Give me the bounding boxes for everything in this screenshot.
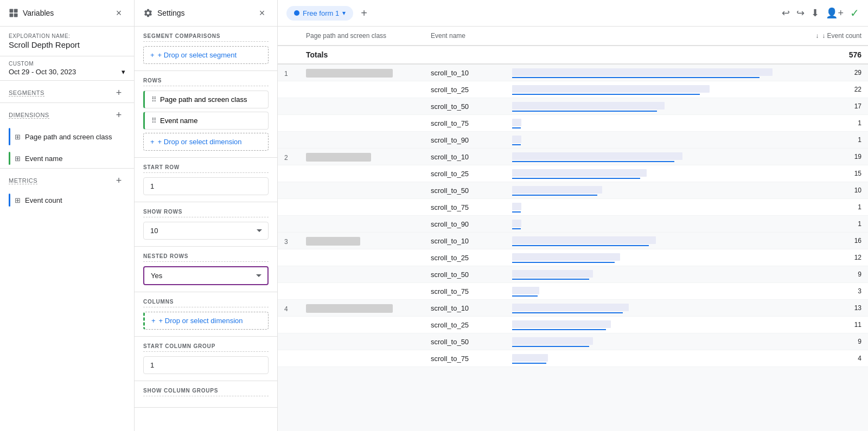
tab-label: Free form 1 <box>303 9 339 17</box>
row-num-cell: 3 <box>278 233 299 249</box>
totals-row: Totals 576 <box>278 46 868 64</box>
page-path-cell <box>299 216 424 233</box>
event-name-cell: scroll_to_10 <box>424 233 506 249</box>
row-num-cell <box>278 81 299 98</box>
event-name-cell: scroll_to_50 <box>424 182 506 199</box>
show-rows-section: SHOW ROWS 10 25 50 100 <box>135 202 277 247</box>
th-num <box>278 27 299 46</box>
row-item-event-name[interactable]: ⠿ Event name <box>143 112 269 130</box>
table-row: 2scroll_to_1019 <box>278 149 868 165</box>
nested-rows-title: NESTED ROWS <box>143 253 269 262</box>
bar-cell: 1 <box>506 132 868 149</box>
row-num-cell: 2 <box>278 149 299 165</box>
row-num-cell <box>278 115 299 132</box>
exploration-name-label: EXPLORATION NAME: <box>0 27 134 40</box>
grid-icon-3: ⊞ <box>15 196 21 204</box>
bar-cell: 10 <box>506 182 868 199</box>
bar-cell: 19 <box>506 149 868 165</box>
dimension-item-page-path[interactable]: ⊞ Page path and screen class <box>0 125 134 149</box>
row-num-cell <box>278 98 299 115</box>
check-icon[interactable]: ✓ <box>850 7 859 20</box>
page-path-cell <box>299 233 424 249</box>
dimension-item-event-name[interactable]: ⊞ Event name <box>0 149 134 168</box>
drop-segment-button[interactable]: + + Drop or select segment <box>143 46 269 64</box>
page-path-cell <box>299 317 424 333</box>
show-column-groups-title: SHOW COLUMN GROUPS <box>143 388 269 396</box>
event-name-cell: scroll_to_10 <box>424 300 506 317</box>
page-path-cell <box>299 350 424 367</box>
bar-cell: 15 <box>506 165 868 182</box>
th-event-count[interactable]: ↓ ↓ Event count <box>506 27 868 46</box>
bar-cell: 13 <box>506 300 868 317</box>
undo-icon[interactable]: ↩ <box>782 7 790 19</box>
page-path-cell <box>299 182 424 199</box>
bar-cell: 16 <box>506 233 868 249</box>
start-row-input[interactable] <box>143 177 269 195</box>
share-icon[interactable]: 👤+ <box>826 7 844 19</box>
show-rows-select[interactable]: 10 25 50 100 <box>143 222 269 240</box>
nested-rows-select[interactable]: Yes No <box>143 266 269 285</box>
start-column-group-input[interactable] <box>143 356 269 374</box>
bar-cell: 11 <box>506 317 868 333</box>
row-num-cell: 4 <box>278 300 299 317</box>
table-row: scroll_to_5017 <box>278 98 868 115</box>
page-path-cell <box>299 283 424 300</box>
dimension-color-bar-event <box>9 152 10 165</box>
table-row: scroll_to_901 <box>278 216 868 233</box>
variables-icon <box>9 8 18 18</box>
table-header-row: Page path and screen class Event name ↓ … <box>278 27 868 46</box>
data-table: Page path and screen class Event name ↓ … <box>278 27 868 367</box>
add-metric-button[interactable]: + <box>112 174 125 187</box>
th-page-path[interactable]: Page path and screen class <box>299 27 424 46</box>
row-item-event-name-label: Event name <box>160 117 197 125</box>
bar-cell: 1 <box>506 115 868 132</box>
main-content: Free form 1 ▾ + ↩ ↪ ⬇ 👤+ ✓ Page path and… <box>278 0 868 431</box>
plus-icon-2: + <box>150 138 155 146</box>
row-item-page-path[interactable]: ⠿ Page path and screen class <box>143 91 269 108</box>
table-container: Page path and screen class Event name ↓ … <box>278 27 868 431</box>
bar-cell: 22 <box>506 81 868 98</box>
add-tab-button[interactable]: + <box>355 4 373 22</box>
svg-rect-3 <box>14 14 18 17</box>
variables-title: Variables <box>9 8 54 18</box>
settings-close-button[interactable]: × <box>256 7 269 20</box>
table-row: scroll_to_2512 <box>278 249 868 266</box>
page-path-cell <box>299 333 424 350</box>
download-icon[interactable]: ⬇ <box>811 7 819 19</box>
add-segment-button[interactable]: + <box>112 86 125 99</box>
dimensions-section-header: DIMENSIONS + <box>0 102 134 125</box>
event-name-cell: scroll_to_75 <box>424 199 506 216</box>
variables-close-button[interactable]: × <box>112 7 125 20</box>
row-num-cell <box>278 216 299 233</box>
event-name-cell: scroll_to_50 <box>424 333 506 350</box>
chevron-icon: ▾ <box>342 9 346 17</box>
page-path-cell <box>299 81 424 98</box>
event-name-cell: scroll_to_90 <box>424 132 506 149</box>
redo-icon[interactable]: ↪ <box>796 7 805 19</box>
segments-label: SEGMENTS <box>9 89 44 97</box>
show-column-groups-section: SHOW COLUMN GROUPS <box>135 381 277 408</box>
drop-column-button[interactable]: + + Drop or select dimension <box>143 312 269 330</box>
dimensions-label: DIMENSIONS <box>9 112 49 119</box>
event-name-cell: scroll_to_25 <box>424 249 506 266</box>
bar-cell: 29 <box>506 64 868 81</box>
tab-free-form-1[interactable]: Free form 1 ▾ <box>286 6 353 21</box>
segment-comparisons-section: SEGMENT COMPARISONS + + Drop or select s… <box>135 27 277 71</box>
drop-dimension-button[interactable]: + + Drop or select dimension <box>143 133 269 151</box>
bar-cell: 1 <box>506 199 868 216</box>
add-dimension-button[interactable]: + <box>112 108 125 121</box>
rows-section: ROWS ⠿ Page path and screen class ⠿ Even… <box>135 71 277 158</box>
date-range-value[interactable]: Oct 29 - Oct 30, 2023 ▾ <box>9 68 125 76</box>
th-event-name[interactable]: Event name <box>424 27 506 46</box>
event-name-cell: scroll_to_10 <box>424 149 506 165</box>
segments-section-header: SEGMENTS + <box>0 80 134 102</box>
settings-panel: Settings × SEGMENT COMPARISONS + + Drop … <box>135 0 278 431</box>
bar-cell: 12 <box>506 249 868 266</box>
metric-item-event-count[interactable]: ⊞ Event count <box>0 190 134 210</box>
metrics-section-header: METRICS + <box>0 168 134 190</box>
metric-color-bar <box>9 194 10 207</box>
table-row: scroll_to_751 <box>278 199 868 216</box>
row-num-cell <box>278 132 299 149</box>
row-num-cell <box>278 333 299 350</box>
top-bar-actions: ↩ ↪ ⬇ 👤+ ✓ <box>782 7 859 20</box>
